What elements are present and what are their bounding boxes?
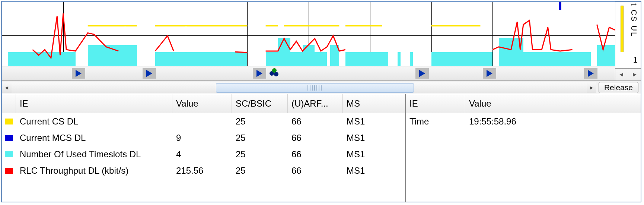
arf-cell: 66 [288,149,343,160]
svg-marker-1 [146,70,152,77]
event-marker[interactable] [253,68,266,79]
ie-cell: RLC Throughput DL (kbit/s) [16,165,172,176]
sc-cell: 25 [232,133,288,143]
svg-marker-4 [487,70,492,77]
timeslot-bar [8,52,75,66]
play-icon [588,70,594,77]
play-icon [146,70,152,77]
timeslot-bar [410,52,413,66]
svg-marker-2 [256,70,262,77]
scrollbar-thumb[interactable] [216,83,414,93]
timeslot-bar [345,52,388,66]
timeslot-bar [278,38,290,66]
timeslot-bar [499,38,523,66]
ms-cell: MS1 [343,165,389,176]
right-axis-scroller[interactable]: ◄ ► [615,68,641,81]
scroll-left-icon[interactable]: ◄ [618,71,624,78]
event-marker[interactable] [483,68,496,79]
timeslot-bar [266,52,278,66]
col-scbsic[interactable]: SC/BSIC [232,94,288,113]
timeslot-bar [168,52,247,66]
value-cell: 215.56 [172,165,232,176]
left-table-header: IE Value SC/BSIC (U)ARF... MS [2,94,405,113]
arf-cell: 66 [288,165,343,176]
timeslot-bar [88,45,137,66]
timeslot-bar [523,52,591,66]
horizontal-scrollbar[interactable]: ◄ ► [2,82,596,93]
table-row[interactable]: Current CS DL2566MS1 [2,113,405,130]
table-row[interactable]: Number Of Used Timeslots DL42566MS1 [2,146,405,163]
arf-cell: 66 [288,133,343,143]
ms-cell: MS1 [343,133,389,143]
svg-marker-3 [419,70,425,77]
svg-marker-0 [76,70,82,77]
left-table: IE Value SC/BSIC (U)ARF... MS Current CS… [2,94,406,202]
legend-swatch [5,151,13,157]
ms-cell: MS1 [343,149,389,160]
col-ie[interactable]: IE [16,94,172,113]
legend-swatch [5,168,13,174]
timeslot-bar [303,45,315,66]
chart-area: t CS UL 1 ◄ ► [2,2,641,81]
col-ms[interactable]: MS [343,94,389,113]
play-icon [487,70,492,77]
scroll-right-button[interactable]: ► [587,82,596,93]
cluster-icon[interactable] [269,68,280,76]
scroll-right-icon[interactable]: ► [632,71,638,78]
play-icon [419,70,425,77]
right-table: IE Value Time19:55:58.96 [406,94,641,202]
window: t CS UL 1 ◄ ► ◄ ► Release IE Value SC/BS… [1,1,641,202]
sc-cell: 25 [232,116,288,127]
value-cell: 9 [172,133,232,143]
right-table-header: IE Value [406,94,641,113]
scrollbar-row: ◄ ► Release [2,81,641,94]
right-axis: t CS UL 1 ◄ ► [615,2,641,81]
chart-plot[interactable] [2,2,615,81]
play-icon [256,70,262,77]
timeslot-bar [315,52,327,66]
event-marker[interactable] [584,68,597,79]
legend-swatch [5,135,13,141]
svg-marker-5 [588,70,594,77]
event-track[interactable] [2,66,615,81]
timeslot-bar [597,45,615,66]
right-axis-label: t CS UL [629,3,638,37]
col-value[interactable]: Value [172,94,232,113]
table-row[interactable]: RLC Throughput DL (kbit/s)215.562566MS1 [2,163,405,179]
release-button[interactable]: Release [599,82,638,93]
event-marker[interactable] [415,68,429,79]
col-value-r[interactable]: Value [465,94,641,113]
arf-cell: 66 [288,116,343,127]
play-icon [76,70,82,77]
value-cell: 19:55:58.96 [465,116,641,127]
right-axis-tick-1: 1 [633,55,638,65]
value-cell: 4 [172,149,232,160]
ie-cell: Time [406,116,465,127]
legend-swatch [5,119,13,124]
ie-cell: Number Of Used Timeslots DL [16,149,172,160]
ie-cell: Current CS DL [16,116,172,127]
event-marker[interactable] [143,68,156,79]
timeslot-bar [155,52,168,66]
table-row[interactable]: Current MCS DL92566MS1 [2,130,405,146]
timeslot-bar [398,52,401,66]
timeslot-bar [330,45,339,66]
sc-cell: 25 [232,165,288,176]
col-ie-r[interactable]: IE [406,94,465,113]
timeslot-bar [290,52,303,66]
right-axis-bar [621,6,624,52]
tables: IE Value SC/BSIC (U)ARF... MS Current CS… [2,94,641,202]
sc-cell: 25 [232,149,288,160]
svg-point-8 [272,68,277,73]
timeslot-bar [431,52,493,66]
event-marker[interactable] [72,68,85,79]
ms-cell: MS1 [343,116,389,127]
table-row[interactable]: Time19:55:58.96 [406,113,641,130]
col-uarf[interactable]: (U)ARF... [288,94,343,113]
ie-cell: Current MCS DL [16,133,172,143]
scroll-left-button[interactable]: ◄ [2,82,12,93]
